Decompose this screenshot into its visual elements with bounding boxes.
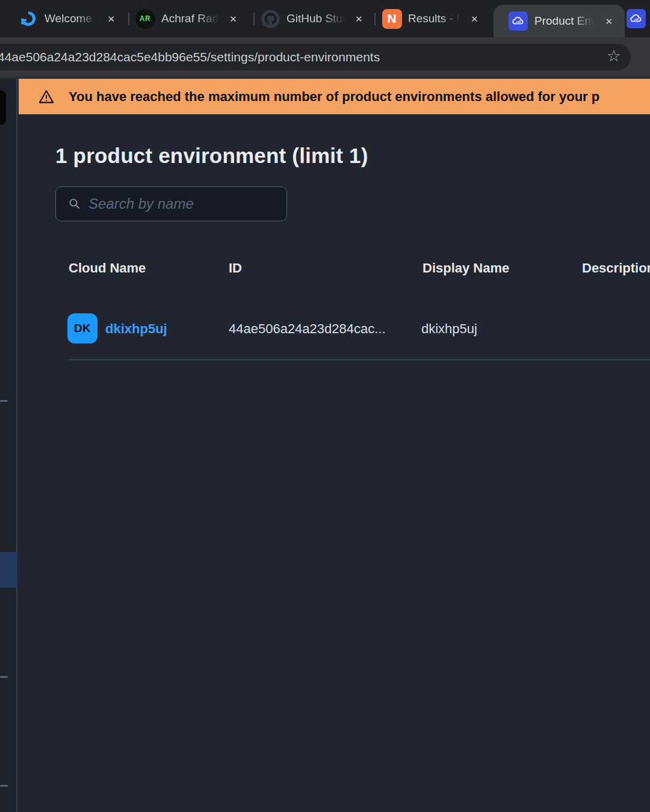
tab-welcome[interactable]: Welcome - ✕ xyxy=(18,0,125,37)
close-icon[interactable]: ✕ xyxy=(353,13,365,25)
tab-partial[interactable] xyxy=(626,0,650,37)
column-header-display-name: Display Name xyxy=(422,260,509,276)
tab-separator xyxy=(128,13,129,25)
browser-toolbar: 44ae506a24a23d284cac5e4bb96e55/settings/… xyxy=(0,37,650,77)
close-icon[interactable]: ✕ xyxy=(468,13,481,25)
avatar-favicon-icon: AR xyxy=(135,8,155,29)
sidebar-divider xyxy=(0,400,8,402)
address-bar[interactable]: 44ae506a24a23d284cac5e4bb96e55/settings/… xyxy=(0,44,631,70)
sidebar-divider xyxy=(0,785,8,787)
warning-triangle-icon xyxy=(37,88,55,105)
app-sidebar-partial xyxy=(0,79,17,812)
namecheap-favicon-icon: N xyxy=(382,8,402,29)
digitalocean-favicon-icon xyxy=(18,8,39,29)
tab-separator xyxy=(374,13,376,25)
tab-separator xyxy=(253,13,255,25)
tab-title: Results - Na xyxy=(408,12,462,25)
close-icon[interactable]: ✕ xyxy=(227,13,240,25)
search-input[interactable] xyxy=(88,195,278,212)
tab-results[interactable]: N Results - Na ✕ xyxy=(382,0,489,37)
tab-title: Achraf Radi xyxy=(161,12,221,25)
close-icon[interactable]: ✕ xyxy=(105,13,117,25)
tab-title: GitHub Stuc xyxy=(286,12,347,25)
browser-window: Welcome - ✕ AR Achraf Radi ✕ GitHub Stuc… xyxy=(0,0,650,812)
close-icon[interactable]: ✕ xyxy=(602,16,615,27)
tab-title: Product Env xyxy=(534,14,596,28)
page-title: 1 product environment (limit 1) xyxy=(55,144,368,168)
column-header-description: Description xyxy=(582,260,650,276)
search-box xyxy=(55,186,287,221)
sidebar-divider xyxy=(0,676,8,678)
sidebar-item-selected[interactable] xyxy=(0,552,17,588)
github-favicon-icon xyxy=(260,8,280,29)
environment-display-name: dkixhp5uj xyxy=(421,321,477,337)
limit-warning-banner: You have reached the maximum number of p… xyxy=(19,79,650,114)
sidebar-logo-partial xyxy=(0,90,6,125)
column-header-id: ID xyxy=(229,260,242,276)
search-icon xyxy=(68,197,81,211)
limit-warning-text: You have reached the maximum number of p… xyxy=(69,89,599,105)
tab-strip: Welcome - ✕ AR Achraf Radi ✕ GitHub Stuc… xyxy=(0,0,650,37)
tab-achraf[interactable]: AR Achraf Radi ✕ xyxy=(135,0,249,37)
cloud-stats-favicon-icon xyxy=(626,8,646,29)
bookmark-star-icon[interactable]: ☆ xyxy=(602,46,631,68)
tab-product-environments[interactable]: Product Env ✕ xyxy=(494,5,625,37)
settings-page: You have reached the maximum number of p… xyxy=(19,79,650,812)
environment-name-link[interactable]: dkixhp5uj xyxy=(105,321,167,337)
row-divider xyxy=(69,359,650,360)
environment-id: 44ae506a24a23d284cac... xyxy=(229,321,386,337)
cloud-stats-favicon-icon xyxy=(508,11,528,31)
tab-github[interactable]: GitHub Stuc ✕ xyxy=(260,0,371,37)
tab-title: Welcome - xyxy=(45,12,99,25)
column-header-cloud-name: Cloud Name xyxy=(69,260,146,276)
environment-avatar: DK xyxy=(67,313,98,343)
url-text: 44ae506a24a23d284cac5e4bb96e55/settings/… xyxy=(0,50,602,64)
